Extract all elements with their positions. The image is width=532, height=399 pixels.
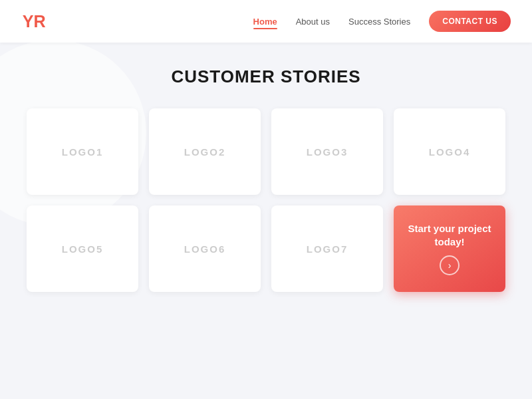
- contact-us-button[interactable]: CONTACT US: [429, 11, 511, 32]
- logo-label-2: LOGO2: [184, 146, 226, 158]
- logo-card-2[interactable]: LOGO2: [149, 108, 261, 195]
- svg-text:YR: YR: [23, 12, 45, 31]
- nav-link-success[interactable]: Success Stories: [348, 17, 410, 27]
- cta-card[interactable]: Start your project today! ›: [394, 205, 505, 292]
- logo-card-1[interactable]: LOGO1: [27, 108, 138, 195]
- logo-label-1: LOGO1: [62, 146, 104, 158]
- logo-label-3: LOGO3: [307, 146, 348, 158]
- logo-label-5: LOGO5: [62, 243, 104, 255]
- nav-link-about[interactable]: About us: [296, 17, 330, 27]
- logo-label-7: LOGO7: [307, 243, 348, 255]
- cta-arrow-button[interactable]: ›: [440, 255, 460, 275]
- nav-links: Home About us Success Stories CONTACT US: [253, 11, 511, 32]
- logo-label-4: LOGO4: [429, 146, 471, 158]
- arrow-icon: ›: [448, 260, 452, 271]
- page-title: CUSTOMER STORIES: [171, 66, 360, 87]
- logo-grid: LOGO1 LOGO2 LOGO3 LOGO4 LOGO5 LOGO6 LOGO…: [27, 108, 505, 292]
- logo-card-7[interactable]: LOGO7: [271, 205, 383, 292]
- navbar: YR Home About us Success Stories CONTACT…: [0, 0, 532, 43]
- page-wrapper: YR Home About us Success Stories CONTACT…: [0, 0, 532, 399]
- logo-card-5[interactable]: LOGO5: [27, 205, 138, 292]
- logo-card-6[interactable]: LOGO6: [149, 205, 261, 292]
- cta-text: Start your project today!: [394, 222, 505, 249]
- nav-link-home[interactable]: Home: [253, 17, 277, 27]
- logo: YR: [21, 9, 45, 33]
- main-content: CUSTOMER STORIES LOGO1 LOGO2 LOGO3 LOGO4…: [0, 43, 532, 399]
- logo-card-3[interactable]: LOGO3: [271, 108, 383, 195]
- logo-label-6: LOGO6: [184, 243, 226, 255]
- logo-card-4[interactable]: LOGO4: [394, 108, 505, 195]
